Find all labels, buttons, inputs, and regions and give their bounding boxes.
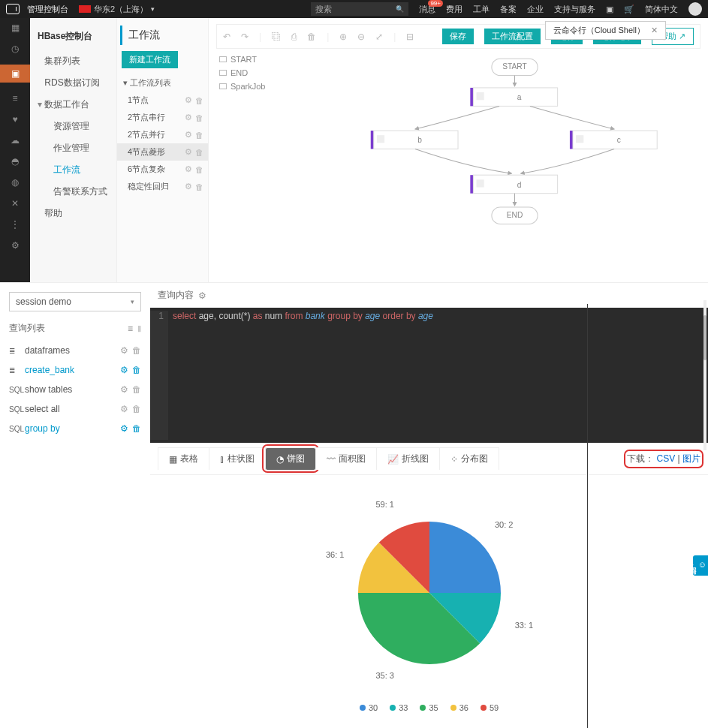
rail-globe-icon[interactable]: ◍: [10, 177, 20, 188]
save-button[interactable]: 保存: [442, 29, 474, 44]
rail-search-icon[interactable]: ◷: [10, 44, 20, 54]
gear-icon[interactable]: ⚙: [185, 164, 192, 174]
trash-icon[interactable]: 🗑: [132, 365, 141, 375]
gear-icon[interactable]: ⚙: [185, 182, 192, 191]
palette-sparkjob[interactable]: SparkJob: [216, 80, 306, 93]
sidebar-item-rds[interactable]: RDS数据订阅: [30, 72, 116, 94]
gear-icon[interactable]: ⚙: [185, 95, 192, 105]
trash-icon[interactable]: 🗑: [132, 384, 141, 395]
gear-icon[interactable]: ⚙: [185, 147, 192, 157]
redo-icon[interactable]: ↷: [241, 32, 249, 42]
query-item[interactable]: SQLgroup by⚙🗑: [9, 419, 141, 438]
logo-icon[interactable]: [6, 4, 20, 14]
settings-icon[interactable]: ⫴: [137, 323, 141, 334]
feedback-tab[interactable]: 咨询·建议: [693, 555, 708, 576]
workflow-row[interactable]: 4节点菱形⚙🗑: [117, 143, 208, 161]
region-selector[interactable]: 华东2（上海）: [79, 4, 155, 15]
config-button[interactable]: 工作流配置: [484, 29, 541, 44]
tab-table[interactable]: ▦ 表格: [158, 447, 209, 470]
sidebar-item-help[interactable]: 帮助: [30, 203, 116, 224]
legend-item[interactable]: 33: [390, 703, 408, 712]
sql-editor[interactable]: 1 select age, count(*) as num from bank …: [150, 308, 708, 443]
gear-icon[interactable]: ⚙: [120, 384, 128, 395]
trash-icon[interactable]: 🗑: [195, 131, 203, 140]
list-icon[interactable]: ≡: [128, 323, 133, 334]
sidebar-item-workbench[interactable]: 数据工作台: [30, 94, 116, 116]
trash-icon[interactable]: 🗑: [195, 113, 203, 122]
workflow-row[interactable]: 1节点⚙🗑: [117, 92, 208, 109]
nav-enterprise[interactable]: 企业: [527, 4, 544, 15]
rail-apps-icon[interactable]: ▦: [10, 23, 20, 33]
rail-db-icon[interactable]: ▣: [0, 65, 30, 83]
rail-disk-icon[interactable]: ◓: [10, 156, 20, 167]
nav-ticket[interactable]: 工单: [473, 4, 490, 15]
cloudshell-icon[interactable]: ▣: [606, 5, 613, 14]
gear-icon[interactable]: ⚙: [120, 345, 128, 356]
new-workflow-button[interactable]: 新建工作流: [122, 51, 178, 68]
trash-icon[interactable]: 🗑: [195, 148, 203, 157]
rail-cross-icon[interactable]: ✕: [10, 198, 20, 209]
sidebar-item-workflow[interactable]: 工作流: [30, 159, 116, 181]
workflow-row[interactable]: 稳定性回归⚙🗑: [117, 178, 208, 195]
legend-item[interactable]: 59: [481, 703, 499, 712]
download-image-link[interactable]: 图片: [682, 453, 700, 464]
zoom-in-icon[interactable]: ⊕: [339, 32, 347, 42]
paste-icon[interactable]: ⎙: [291, 32, 297, 42]
nav-support[interactable]: 支持与服务: [554, 4, 595, 15]
sidebar-item-job[interactable]: 作业管理: [30, 137, 116, 159]
workflow-row[interactable]: 6节点复杂⚙🗑: [117, 161, 208, 178]
lang-selector[interactable]: 简体中文: [645, 4, 678, 15]
tab-bar[interactable]: ⫿ 柱状图: [209, 447, 266, 470]
search-input[interactable]: 搜索: [311, 2, 408, 16]
close-icon[interactable]: ✕: [651, 26, 658, 35]
sidebar-item-clusters[interactable]: 集群列表: [30, 50, 116, 72]
gear-icon[interactable]: ⚙: [185, 113, 192, 122]
console-title[interactable]: 管理控制台: [27, 4, 68, 15]
trash-icon[interactable]: 🗑: [195, 182, 203, 191]
session-dropdown[interactable]: session demo: [9, 292, 141, 311]
gear-icon[interactable]: ⚙: [120, 365, 128, 375]
zoom-out-icon[interactable]: ⊖: [357, 32, 365, 42]
tab-pie[interactable]: ◔ 饼图: [265, 447, 316, 470]
trash-icon[interactable]: 🗑: [195, 96, 203, 105]
query-item[interactable]: ≣create_bank⚙🗑: [9, 360, 141, 380]
workflow-list-head[interactable]: 工作流列表: [117, 74, 208, 92]
legend-item[interactable]: 36: [450, 703, 468, 712]
pie-slice[interactable]: [429, 522, 501, 593]
palette-start[interactable]: START: [216, 53, 306, 66]
layout-icon[interactable]: ⊟: [406, 32, 414, 42]
rail-stack-icon[interactable]: ≡: [10, 93, 20, 104]
gear-icon[interactable]: ⚙: [120, 404, 128, 414]
tab-line[interactable]: 📈 折线图: [376, 447, 440, 470]
workflow-row[interactable]: 2节点串行⚙🗑: [117, 109, 208, 126]
legend-item[interactable]: 30: [360, 703, 378, 712]
sidebar-item-alert[interactable]: 告警联系方式: [30, 181, 116, 203]
gear-icon[interactable]: ⚙: [185, 130, 192, 140]
rail-gear-icon[interactable]: ⚙: [10, 240, 20, 251]
trash-icon[interactable]: 🗑: [195, 165, 203, 174]
gear-icon[interactable]: ⚙: [198, 290, 206, 301]
avatar[interactable]: [688, 2, 702, 16]
rail-nodes-icon[interactable]: ⋮: [10, 219, 20, 230]
palette-end[interactable]: END: [216, 66, 306, 80]
rail-heart-icon[interactable]: ♥: [10, 114, 20, 125]
nav-messages[interactable]: 消息 99+: [419, 4, 435, 15]
fit-icon[interactable]: ⤢: [375, 32, 383, 42]
tab-scatter[interactable]: ⁘ 分布图: [439, 447, 499, 470]
cart-icon[interactable]: 🛒: [624, 5, 634, 14]
trash-icon[interactable]: 🗑: [132, 423, 141, 434]
nav-billing[interactable]: 费用: [446, 4, 462, 15]
query-item[interactable]: SQLselect all⚙🗑: [9, 399, 141, 419]
gear-icon[interactable]: ⚙: [120, 423, 128, 434]
query-item[interactable]: ≣dataframes⚙🗑: [9, 341, 141, 360]
scrollbar[interactable]: [703, 300, 706, 450]
nav-icp[interactable]: 备案: [500, 4, 517, 15]
download-csv-link[interactable]: CSV: [657, 453, 676, 464]
tab-area[interactable]: 〰 面积图: [315, 447, 377, 470]
trash-icon[interactable]: 🗑: [132, 404, 141, 414]
undo-icon[interactable]: ↶: [223, 32, 230, 42]
delete-icon[interactable]: 🗑: [307, 32, 316, 42]
copy-icon[interactable]: ⿻: [272, 32, 281, 42]
rail-cloud-icon[interactable]: ☁: [10, 135, 20, 146]
workflow-row[interactable]: 2节点并行⚙🗑: [117, 126, 208, 143]
